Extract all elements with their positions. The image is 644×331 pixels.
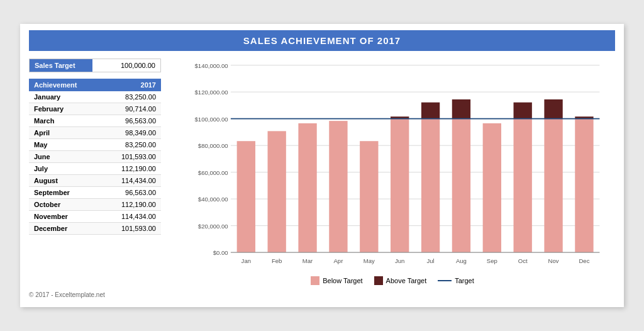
- footer: © 2017 - Exceltemplate.net: [29, 291, 615, 298]
- table-row: August114,434.00: [29, 175, 161, 187]
- svg-text:$140,000.00: $140,000.00: [195, 62, 228, 69]
- month-value: 112,190.00: [101, 199, 161, 211]
- svg-text:$20,000.00: $20,000.00: [198, 223, 228, 230]
- svg-text:Feb: Feb: [272, 257, 282, 264]
- svg-rect-19: [329, 121, 347, 252]
- svg-text:$120,000.00: $120,000.00: [195, 89, 228, 96]
- svg-text:Sep: Sep: [487, 257, 497, 264]
- month-value: 96,563.00: [101, 187, 161, 199]
- svg-rect-20: [360, 141, 378, 252]
- table-row: June101,593.00: [29, 151, 161, 163]
- svg-text:Oct: Oct: [518, 257, 528, 264]
- svg-text:Mar: Mar: [303, 257, 313, 264]
- svg-rect-25: [452, 119, 470, 253]
- svg-text:$100,000.00: $100,000.00: [195, 116, 228, 123]
- svg-text:Apr: Apr: [334, 257, 344, 264]
- month-value: 90,714.00: [101, 103, 161, 115]
- svg-text:Dec: Dec: [579, 257, 589, 264]
- below-target-swatch: [311, 276, 319, 285]
- svg-text:$40,000.00: $40,000.00: [198, 196, 228, 203]
- month-value: 114,434.00: [101, 211, 161, 223]
- left-panel: Sales Target 100,000.00 Achievement 2017…: [29, 59, 161, 285]
- table-row: October112,190.00: [29, 199, 161, 211]
- svg-rect-31: [544, 99, 562, 119]
- card: SALES ACHIEVEMENT OF 2017 Sales Target 1…: [20, 24, 624, 307]
- month-name: September: [29, 187, 101, 199]
- chart-area: $0.00$20,000.00$40,000.00$60,000.00$80,0…: [170, 59, 615, 285]
- svg-rect-16: [237, 141, 255, 252]
- svg-text:May: May: [364, 257, 375, 264]
- content-area: Sales Target 100,000.00 Achievement 2017…: [29, 59, 615, 285]
- table-row: March96,563.00: [29, 115, 161, 127]
- table-row: May83,250.00: [29, 139, 161, 151]
- svg-text:Nov: Nov: [548, 257, 559, 264]
- table-row: July112,190.00: [29, 163, 161, 175]
- month-name: May: [29, 139, 101, 151]
- svg-rect-29: [514, 103, 532, 119]
- table-row: January83,250.00: [29, 91, 161, 103]
- svg-rect-26: [452, 99, 470, 119]
- month-value: 98,349.00: [101, 127, 161, 139]
- month-value: 83,250.00: [101, 91, 161, 103]
- svg-rect-23: [421, 119, 440, 253]
- below-target-label: Below Target: [323, 277, 362, 284]
- month-name: February: [29, 103, 101, 115]
- above-target-label: Above Target: [386, 277, 427, 284]
- month-name: January: [29, 91, 101, 103]
- month-name: August: [29, 175, 101, 187]
- above-target-swatch: [374, 276, 383, 285]
- month-name: October: [29, 199, 101, 211]
- svg-text:$0.00: $0.00: [213, 249, 228, 256]
- month-value: 112,190.00: [101, 163, 161, 175]
- svg-text:Jun: Jun: [395, 257, 404, 264]
- legend-target: Target: [438, 277, 474, 284]
- chart-legend: Below Target Above Target Target: [170, 276, 615, 285]
- svg-rect-32: [575, 119, 593, 253]
- svg-rect-24: [421, 103, 440, 119]
- svg-text:$60,000.00: $60,000.00: [198, 169, 228, 176]
- sales-target-label: Sales Target: [30, 59, 92, 72]
- month-name: March: [29, 115, 101, 127]
- month-value: 101,593.00: [101, 223, 161, 235]
- table-row: April98,349.00: [29, 127, 161, 139]
- target-line-label: Target: [455, 277, 474, 284]
- svg-rect-27: [483, 123, 501, 252]
- svg-rect-18: [298, 123, 316, 252]
- legend-below: Below Target: [311, 276, 362, 285]
- col-header-achievement: Achievement: [29, 79, 101, 91]
- month-name: July: [29, 163, 101, 175]
- table-row: September96,563.00: [29, 187, 161, 199]
- sales-target-row: Sales Target 100,000.00: [29, 59, 161, 72]
- achievement-table: Achievement 2017 January83,250.00Februar…: [29, 79, 161, 235]
- table-row: December101,593.00: [29, 223, 161, 235]
- svg-text:Jan: Jan: [242, 257, 251, 264]
- svg-text:Jul: Jul: [426, 257, 434, 264]
- month-name: November: [29, 211, 101, 223]
- chart-container: $0.00$20,000.00$40,000.00$60,000.00$80,0…: [170, 59, 615, 272]
- month-value: 96,563.00: [101, 115, 161, 127]
- target-line-swatch: [438, 280, 452, 281]
- svg-rect-30: [544, 119, 562, 253]
- svg-text:$80,000.00: $80,000.00: [198, 142, 228, 149]
- svg-rect-17: [268, 131, 286, 252]
- sales-target-value: 100,000.00: [92, 59, 160, 72]
- bar-chart: $0.00$20,000.00$40,000.00$60,000.00$80,0…: [170, 59, 615, 272]
- svg-rect-21: [391, 119, 409, 253]
- month-value: 101,593.00: [101, 151, 161, 163]
- svg-rect-28: [514, 119, 532, 253]
- svg-text:Aug: Aug: [456, 257, 467, 264]
- table-row: November114,434.00: [29, 211, 161, 223]
- month-value: 114,434.00: [101, 175, 161, 187]
- col-header-year: 2017: [101, 79, 161, 91]
- table-row: February90,714.00: [29, 103, 161, 115]
- month-name: December: [29, 223, 101, 235]
- legend-above: Above Target: [374, 276, 427, 285]
- month-name: June: [29, 151, 101, 163]
- chart-title: SALES ACHIEVEMENT OF 2017: [29, 30, 615, 51]
- month-value: 83,250.00: [101, 139, 161, 151]
- month-name: April: [29, 127, 101, 139]
